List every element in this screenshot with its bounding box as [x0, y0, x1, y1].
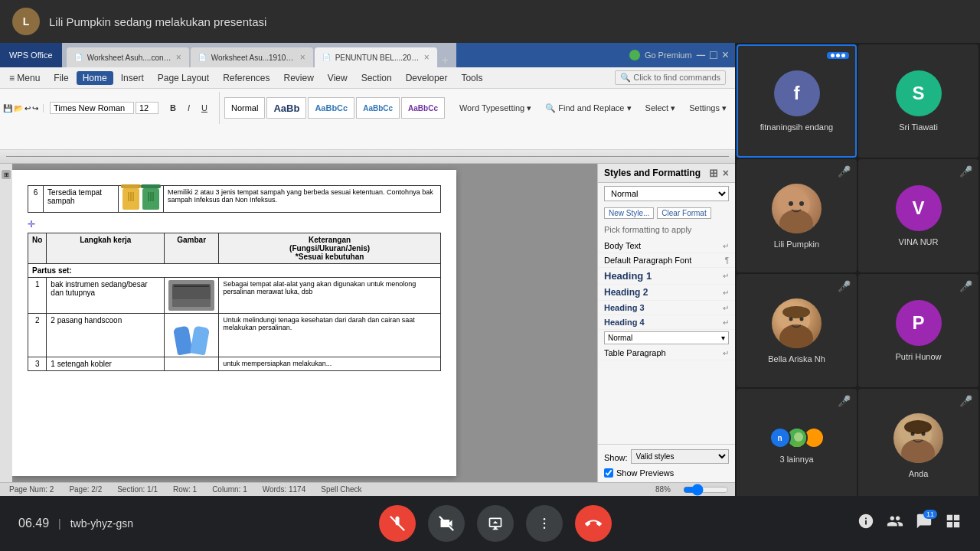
doc-content[interactable]: ⊞ 6 Tersedia tempat sampah	[0, 164, 597, 482]
find-replace-btn[interactable]: 🔍 Find and Replace ▾	[540, 101, 636, 116]
anda-mute-icon: 🎤	[959, 395, 972, 407]
style-item-default-para[interactable]: Default Paragraph Font ¶	[598, 253, 735, 268]
doc-tab-0[interactable]: 📄 Worksheet Asuh....converted.pdf ×	[67, 47, 189, 67]
menu-section[interactable]: Section	[355, 71, 398, 85]
styles-panel-resize[interactable]: ⊞	[709, 167, 718, 179]
window-close-btn[interactable]: ×	[722, 48, 729, 62]
table1: 6 Tersedia tempat sampah	[28, 185, 441, 213]
participant-card-3more: 🎤 n 3 lainnya	[737, 389, 857, 496]
meeting-time: 06.49	[18, 517, 49, 530]
show-styles-select[interactable]: Valid styles	[631, 449, 729, 464]
menu-view[interactable]: View	[322, 71, 354, 85]
cursor-indicator: ✛	[28, 219, 441, 230]
style-item-heading3[interactable]: Heading 3 ↵	[598, 301, 735, 315]
grid-button[interactable]	[945, 513, 962, 534]
video-button[interactable]	[428, 505, 465, 542]
style-select-row: Normal	[598, 183, 735, 204]
active-speaker-badge	[827, 52, 849, 59]
spell-check-btn[interactable]: Spell Check	[318, 485, 364, 494]
minimize-btn[interactable]: ─	[697, 48, 705, 62]
style-item-heading2[interactable]: Heading 2 ↵	[598, 285, 735, 301]
status-dot	[629, 50, 640, 60]
menu-file[interactable]: File	[47, 71, 74, 85]
vina-avatar: V	[896, 185, 942, 231]
style-heading4[interactable]: AaBbCc	[401, 97, 445, 119]
style-item-body-text[interactable]: Body Text ↵	[598, 239, 735, 253]
bold-btn[interactable]: B	[165, 101, 181, 115]
participant-card-bella: 🎤 Bella Ariska Nh	[737, 274, 857, 387]
select-btn[interactable]: Select ▾	[640, 101, 681, 116]
chat-button[interactable]: 11	[916, 513, 933, 534]
close-tab-1[interactable]: ×	[300, 52, 305, 63]
sri-avatar: S	[896, 70, 942, 116]
go-premium-btn[interactable]: Go Premium	[645, 51, 692, 60]
styles-panel-close[interactable]: ×	[723, 167, 729, 179]
open-btn[interactable]: 📂	[14, 104, 23, 112]
style-heading1[interactable]: AaBb	[266, 97, 306, 119]
close-tab-2[interactable]: ×	[424, 52, 430, 63]
menu-menu[interactable]: ≡ Menu	[3, 71, 46, 85]
add-tab-btn[interactable]: +	[437, 54, 453, 67]
style-heading2[interactable]: AaBbCc	[308, 97, 354, 119]
right-controls: 11	[858, 513, 962, 534]
end-call-button[interactable]	[575, 505, 612, 542]
close-tab-0[interactable]: ×	[176, 52, 181, 63]
style-normal[interactable]: Normal	[224, 97, 265, 119]
style-item-table-para[interactable]: Table Paragraph ↵	[598, 346, 735, 360]
zoom-slider[interactable]	[683, 484, 729, 496]
present-button[interactable]	[477, 505, 514, 542]
wps-app-tab[interactable]: WPS Office	[0, 43, 62, 67]
anda-photo	[893, 413, 943, 463]
find-menu-btn[interactable]: 🔍 Click to find commands	[615, 70, 726, 85]
maximize-btn[interactable]: □	[710, 48, 717, 62]
menu-developer[interactable]: Developer	[400, 71, 454, 85]
sri-name: Sri Tiawati	[896, 122, 941, 132]
doc-tab-2[interactable]: 📄 PENUNTUN BEL....20212022.pdf ×	[315, 47, 437, 67]
style-heading3[interactable]: AaBbCc	[356, 97, 400, 119]
menu-insert[interactable]: Insert	[115, 71, 150, 85]
instruments-image	[168, 280, 214, 311]
more-button[interactable]	[526, 505, 563, 542]
bella-mute-icon: 🎤	[838, 280, 851, 292]
sidebar-toggle[interactable]: ⊞	[2, 170, 11, 179]
style-item-heading1[interactable]: Heading 1 ↵	[598, 268, 735, 285]
mute-button[interactable]	[379, 505, 416, 542]
fitnaningsih-avatar: f	[774, 70, 820, 116]
style-item-heading4[interactable]: Heading 4 ↵	[598, 315, 735, 330]
table2: No Langkah kerja Gambar Keterangan(Fungs…	[28, 233, 441, 371]
show-previews-checkbox[interactable]	[604, 468, 613, 478]
font-family-select[interactable]: Times New Roman	[50, 102, 134, 114]
new-style-btn[interactable]: New Style...	[604, 207, 654, 219]
doc-tab-1[interactable]: 📄 Worksheet Asu...1910106066_B2 ×	[191, 47, 313, 67]
word-typesetting-btn[interactable]: Word Typesetting ▾	[454, 101, 537, 116]
save-btn[interactable]: 💾	[3, 104, 12, 112]
settings-btn[interactable]: Settings ▾	[684, 101, 732, 116]
meeting-info: 06.49 | twb-yhyz-gsn	[18, 517, 133, 530]
redo-btn[interactable]: ↪	[32, 104, 38, 112]
menu-review[interactable]: Review	[278, 71, 320, 85]
font-size-select[interactable]: 12	[136, 102, 158, 114]
show-previews-row: Show Previews	[604, 467, 729, 479]
participant-card-fitnaningsih: f fitnaningsih endang	[737, 44, 857, 158]
menu-home[interactable]: Home	[77, 71, 113, 85]
menu-references[interactable]: References	[217, 71, 276, 85]
presenter-text: Lili Pumpkin sedang melakukan presentasi	[49, 15, 266, 28]
svg-point-10	[794, 432, 803, 442]
fitnaningsih-name: fitnaningsih endang	[757, 122, 836, 132]
bottom-bar: 06.49 | twb-yhyz-gsn	[0, 496, 980, 551]
italic-btn[interactable]: I	[182, 101, 195, 115]
menu-tools[interactable]: Tools	[455, 71, 488, 85]
menu-page-layout[interactable]: Page Layout	[152, 71, 215, 85]
normal-style-box[interactable]: Normal ▾	[604, 331, 729, 344]
3more-name: 3 lainnya	[776, 455, 816, 464]
info-button[interactable]	[858, 513, 874, 534]
clear-format-btn[interactable]: Clear Format	[657, 207, 710, 219]
styles-panel-header: Styles and Formatting ⊞ ×	[598, 164, 735, 183]
style-dropdown[interactable]: Normal	[604, 186, 729, 201]
ruler	[0, 150, 735, 164]
lili-name: Lili Pumpkin	[771, 240, 822, 249]
undo-btn[interactable]: ↩	[24, 104, 31, 112]
bella-name: Bella Ariska Nh	[765, 354, 828, 364]
underline-btn[interactable]: U	[196, 101, 213, 115]
participants-button[interactable]	[887, 513, 903, 534]
